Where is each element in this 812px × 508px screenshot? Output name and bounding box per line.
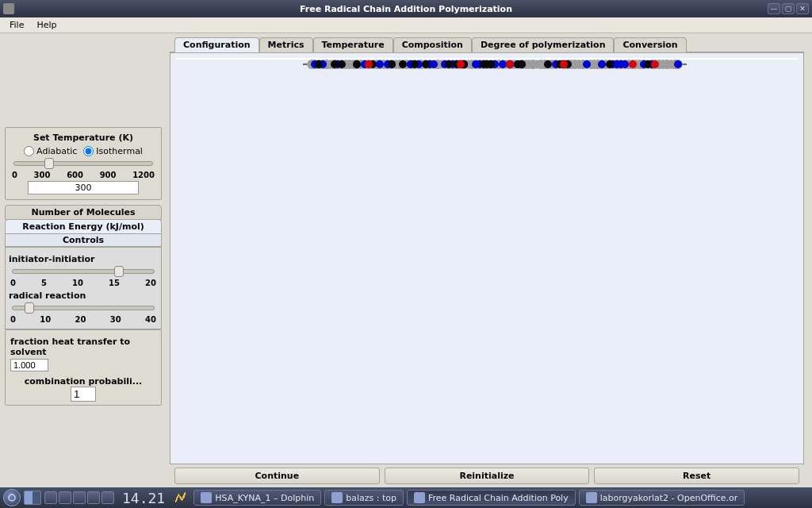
radical-slider-thumb[interactable] (25, 302, 34, 314)
taskbar-item-icon (201, 492, 212, 503)
tick-label: 1200 (132, 171, 155, 179)
taskbar-item[interactable]: HSA_KYNA_1 – Dolphin (193, 490, 321, 506)
tray-folder-icon[interactable] (73, 491, 86, 504)
tick-label: 10 (40, 315, 51, 324)
radio-adiabatic[interactable]: Adiabatic (24, 146, 77, 156)
start-icon (7, 493, 17, 502)
black-particle (353, 60, 361, 68)
black-particle (388, 60, 396, 68)
temperature-input[interactable] (28, 181, 139, 194)
taskbar-item-label: laborgyakorlat2 - OpenOffice.or (600, 493, 738, 503)
black-particle (483, 60, 491, 68)
reset-button[interactable]: Reset (594, 468, 799, 484)
combination-label: combination probabili... (10, 376, 156, 387)
black-particle (338, 60, 346, 68)
tab-metrics[interactable]: Metrics (259, 37, 313, 52)
tray-terminal-icon[interactable] (87, 491, 100, 504)
initiator-slider[interactable] (12, 269, 155, 274)
reinitialize-button[interactable]: Reinitialize (385, 468, 590, 484)
tab-temperature[interactable]: Temperature (313, 37, 393, 52)
black-particle (644, 60, 652, 68)
tab-configuration[interactable]: Configuration (174, 37, 259, 52)
black-particle (422, 60, 430, 68)
minimize-button[interactable]: — (768, 3, 780, 14)
window-title: Free Radical Chain Addition Polymerizati… (0, 4, 812, 14)
radical-slider[interactable] (12, 306, 155, 310)
tray-network-icon[interactable] (59, 491, 71, 504)
continue-button[interactable]: Continue (174, 468, 380, 484)
black-particle (514, 60, 522, 68)
black-particle (399, 60, 407, 68)
action-row: Continue Reinitialize Reset (170, 464, 804, 484)
red-particle (651, 60, 659, 68)
svg-point-0 (9, 495, 15, 501)
initiator-ticks: 05101520 (9, 279, 158, 287)
tab-composition[interactable]: Composition (393, 37, 472, 52)
taskbar: 14.21 🗲 HSA_KYNA_1 – Dolphinbalazs : top… (0, 487, 812, 508)
blue-particle (583, 60, 591, 68)
menu-file[interactable]: File (3, 18, 30, 32)
taskbar-item-icon (586, 492, 597, 503)
tab-reaction-energy[interactable]: Reaction Energy (kJ/mol) (5, 219, 162, 234)
tab-conversion[interactable]: Conversion (614, 37, 686, 52)
radical-label: radical reaction (9, 291, 158, 301)
tray-icons (44, 491, 114, 504)
tick-label: 0 (12, 171, 17, 179)
battery-charging-icon[interactable]: 🗲 (174, 491, 187, 506)
tick-label: 600 (67, 171, 83, 179)
reaction-energy-panel: initiator-initiatior 05101520 radical re… (5, 247, 162, 329)
maximize-button[interactable]: ▢ (782, 3, 795, 14)
sidebar-tabs: Number of Molecules Reaction Energy (kJ/… (5, 205, 162, 247)
taskbar-item-label: Free Radical Chain Addition Poly (428, 493, 569, 503)
blue-particle (621, 60, 629, 68)
tick-label: 20 (75, 315, 86, 324)
tick-label: 5 (41, 279, 47, 287)
taskbar-item-label: balazs : top (346, 493, 396, 503)
temperature-panel: Set Temperature (K) Adiabatic Isothermal… (5, 127, 162, 200)
task-items: HSA_KYNA_1 – Dolphinbalazs : topFree Rad… (193, 490, 809, 506)
black-particle (544, 60, 552, 68)
radio-isothermal[interactable]: Isothermal (83, 146, 143, 156)
taskbar-clock[interactable]: 14.21 (122, 490, 165, 506)
tab-number-of-molecules[interactable]: Number of Molecules (5, 205, 162, 220)
tray-browser-icon[interactable] (102, 491, 114, 504)
taskbar-item[interactable]: laborgyakorlat2 - OpenOffice.or (579, 490, 745, 506)
temperature-slider[interactable] (13, 161, 153, 166)
gray-particle (529, 60, 538, 69)
taskbar-item[interactable]: balazs : top (324, 490, 404, 506)
start-button[interactable] (3, 489, 21, 506)
fraction-label: fraction heat transfer to solvent (10, 337, 156, 357)
pager-icon[interactable] (24, 491, 41, 505)
black-particle (411, 60, 419, 68)
fraction-panel: fraction heat transfer to solvent combin… (5, 329, 162, 406)
menu-help[interactable]: Help (30, 18, 63, 32)
radio-adiabatic-input[interactable] (24, 146, 34, 156)
red-particle (365, 60, 373, 68)
tray-show-desktop-icon[interactable] (44, 491, 57, 504)
tick-label: 30 (110, 315, 121, 324)
temperature-slider-thumb[interactable] (44, 158, 54, 169)
close-button[interactable]: ✕ (796, 3, 809, 14)
tick-label: 0 (10, 315, 16, 324)
blue-particle (674, 60, 682, 68)
taskbar-item-icon (414, 492, 425, 503)
simulation-box (303, 64, 687, 65)
black-particle (315, 60, 323, 68)
tab-controls[interactable]: Controls (5, 233, 162, 247)
config-canvas (175, 58, 799, 60)
initiator-slider-thumb[interactable] (114, 266, 124, 277)
radical-ticks: 010203040 (9, 315, 158, 324)
blue-particle (430, 60, 438, 68)
tick-label: 0 (10, 279, 16, 287)
taskbar-item[interactable]: Free Radical Chain Addition Poly (407, 490, 576, 506)
radio-isothermal-input[interactable] (83, 146, 94, 156)
red-particle (506, 60, 514, 68)
tab-degree-of-polymerization[interactable]: Degree of polymerization (472, 37, 615, 52)
fraction-input[interactable] (10, 359, 48, 371)
main-tab-strip: ConfigurationMetricsTemperatureCompositi… (170, 37, 804, 52)
black-particle (445, 60, 453, 68)
temperature-title: Set Temperature (K) (10, 133, 156, 143)
taskbar-item-icon (331, 492, 343, 503)
combination-input[interactable] (71, 387, 96, 402)
tick-label: 40 (145, 315, 156, 324)
